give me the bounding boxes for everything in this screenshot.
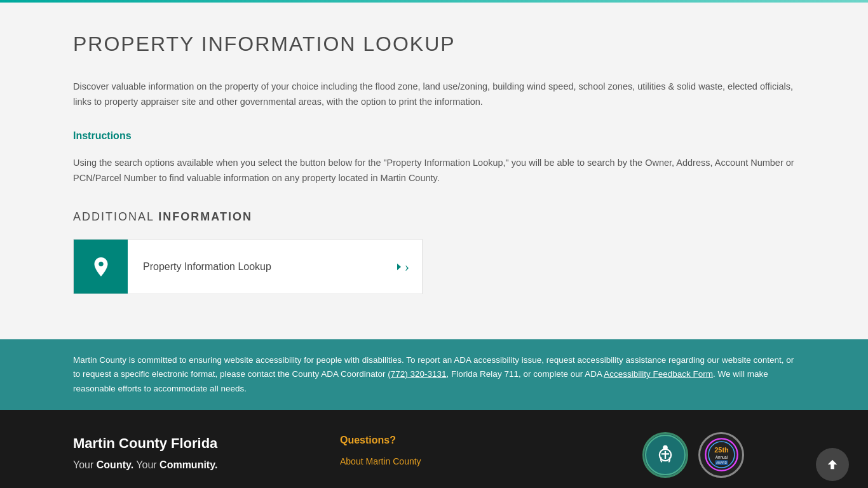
additional-info-light: ADDITIONAL [73, 210, 158, 223]
description-text: Discover valuable information on the pro… [73, 79, 795, 110]
main-content: PROPERTY INFORMATION LOOKUP Discover val… [0, 3, 868, 339]
footer-badges: 25th Annual AWARD [642, 432, 795, 478]
svg-text:Annual: Annual [715, 455, 728, 459]
footer-about-link[interactable]: About Martin County [340, 454, 480, 468]
25th-badge-inner: 25th Annual AWARD [704, 437, 739, 472]
footer-questions-heading: Questions? [340, 432, 480, 449]
instructions-heading: Instructions [73, 128, 795, 144]
svg-text:AWARD: AWARD [715, 462, 727, 465]
footer-brand-subtitle: Your County. Your Community. [73, 457, 340, 473]
lookup-card-arrow: › [393, 240, 422, 294]
footer-brand: Martin County Florida Your County. Your … [73, 432, 340, 473]
page-title: PROPERTY INFORMATION LOOKUP [73, 28, 795, 60]
ada-badge-inner [645, 435, 686, 475]
location-pin-icon [90, 255, 112, 278]
ada-badge [642, 432, 688, 478]
instructions-text: Using the search options available when … [73, 156, 795, 186]
accessibility-text: Martin County is committed to ensuring w… [73, 353, 795, 396]
property-lookup-card[interactable]: Property Information Lookup › [73, 239, 423, 294]
svg-text:25th: 25th [714, 446, 729, 454]
footer-subtitle-community: Community. [159, 459, 217, 470]
footer-questions: Questions? About Martin County [340, 432, 480, 471]
accessibility-icon [653, 443, 677, 467]
accessibility-text-part2: , Florida Relay 711, or complete our ADA [447, 369, 604, 379]
lookup-card-label: Property Information Lookup [128, 240, 393, 294]
additional-info-bold: INFORMATION [158, 210, 252, 223]
accessibility-banner: Martin County is committed to ensuring w… [0, 339, 868, 410]
lookup-card-icon-bg [74, 240, 128, 294]
additional-info-heading: ADDITIONAL INFORMATION [73, 208, 795, 226]
ada-phone-link[interactable]: (772) 320-3131 [388, 369, 446, 379]
footer-brand-title: Martin County Florida [73, 432, 340, 454]
footer: Martin County Florida Your County. Your … [0, 410, 868, 488]
footer-subtitle-middle: Your [133, 459, 159, 470]
footer-subtitle-county: County. [97, 459, 133, 470]
25th-annual-badge: 25th Annual AWARD [698, 432, 744, 478]
back-to-top-button[interactable] [816, 448, 849, 481]
arrow-up-icon [825, 458, 839, 471]
footer-subtitle-prefix: Your [73, 459, 97, 470]
25th-annual-icon: 25th Annual AWARD [704, 437, 739, 472]
accessibility-feedback-link[interactable]: Accessibility Feedback Form [604, 369, 713, 379]
